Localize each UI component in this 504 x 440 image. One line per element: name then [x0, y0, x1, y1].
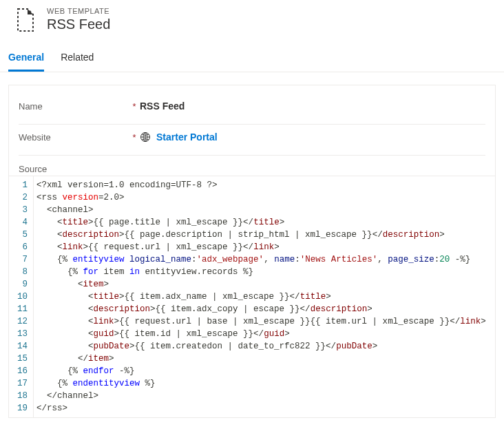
code-line[interactable]: <channel> — [36, 204, 495, 216]
code-line[interactable]: <rss version=2.0> — [36, 191, 495, 204]
code-line[interactable]: {% for item in entityview.records %} — [36, 266, 495, 278]
document-icon — [12, 8, 37, 32]
code-line[interactable]: </channel> — [36, 390, 495, 402]
code-line[interactable]: {% entityview logical_name:'adx_webpage'… — [36, 253, 495, 266]
code-line[interactable]: <link>{{ request.url | base | xml_escape… — [36, 315, 495, 328]
code-line[interactable]: <pubDate>{{ item.createdon | date_to_rfc… — [36, 340, 495, 353]
website-value[interactable]: Starter Portal — [140, 132, 218, 143]
divider — [19, 155, 485, 156]
code-line[interactable]: <?xml version=1.0 encoding=UTF-8 ?> — [36, 179, 495, 191]
globe-icon — [140, 132, 151, 143]
code-line[interactable]: </rss> — [36, 402, 495, 415]
required-marker: * — [129, 132, 140, 143]
name-value[interactable]: RSS Feed — [140, 101, 185, 112]
code-line[interactable]: </item> — [36, 353, 495, 365]
website-label: Website — [19, 132, 129, 143]
divider — [19, 124, 485, 125]
page-header: WEB TEMPLATE RSS Feed — [0, 0, 504, 46]
code-line[interactable]: <title>{{ page.title | xml_escape }}</ti… — [36, 216, 495, 229]
code-line[interactable]: <description>{{ page.description | strip… — [36, 229, 495, 241]
tab-bar: General Related — [0, 46, 504, 72]
code-line[interactable]: <title>{{ item.adx_name | xml_escape }}<… — [36, 291, 495, 303]
editor-code[interactable]: <?xml version=1.0 encoding=UTF-8 ?><rss … — [34, 176, 495, 417]
source-editor[interactable]: 12345678910111213141516171819 <?xml vers… — [9, 176, 495, 417]
page-title: RSS Feed — [47, 17, 110, 32]
source-label: Source — [9, 160, 495, 176]
code-line[interactable]: <link>{{ request.url | xml_escape }}</li… — [36, 241, 495, 253]
field-name: Name * RSS Feed — [9, 98, 495, 120]
field-website: Website * Starter Portal — [9, 129, 495, 151]
required-marker: * — [129, 101, 140, 112]
tab-general[interactable]: General — [8, 46, 44, 72]
code-line[interactable]: <item> — [36, 278, 495, 291]
tab-related[interactable]: Related — [61, 46, 94, 72]
code-line[interactable]: <guid>{{ item.id | xml_escape }}</guid> — [36, 328, 495, 340]
code-line[interactable]: {% endfor -%} — [36, 365, 495, 377]
website-link-text: Starter Portal — [156, 132, 218, 143]
header-category: WEB TEMPLATE — [47, 7, 110, 15]
code-line[interactable]: {% endentityview %} — [36, 377, 495, 390]
editor-gutter: 12345678910111213141516171819 — [9, 176, 34, 417]
name-label: Name — [19, 101, 129, 112]
code-line[interactable]: <description>{{ item.adx_copy | escape }… — [36, 303, 495, 315]
form-panel: Name * RSS Feed Website * Starter Portal… — [8, 85, 496, 418]
